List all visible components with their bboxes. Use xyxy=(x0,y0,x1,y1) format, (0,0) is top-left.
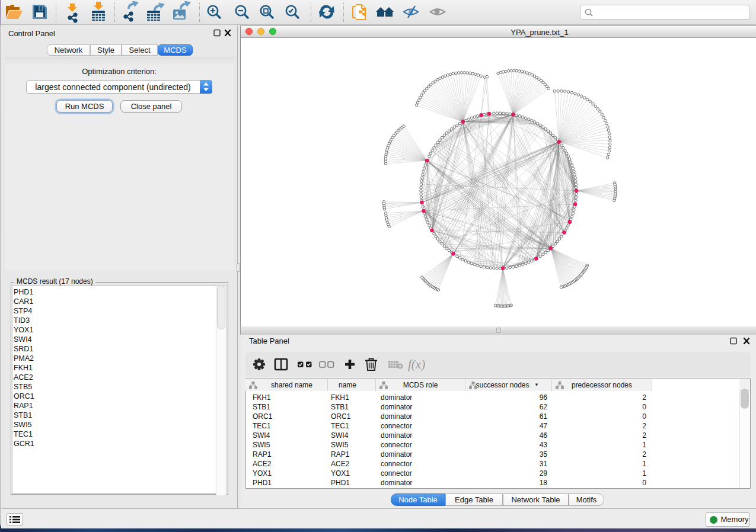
svg-text:f(x): f(x) xyxy=(408,357,425,371)
